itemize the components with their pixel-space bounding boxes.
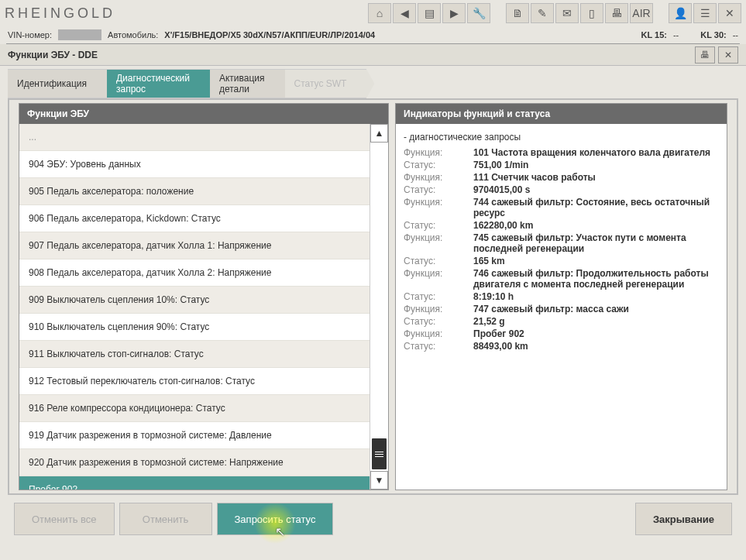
status-label: Статус: — [404, 220, 473, 231]
func-label: Функция: — [404, 328, 473, 339]
kl15-label: KL 15: — [641, 30, 667, 40]
scroll-down-icon[interactable]: ▼ — [370, 471, 388, 490]
status-section-title: - диагностические запросы — [404, 132, 719, 143]
status-label: Статус: — [404, 184, 473, 195]
scroll-track[interactable] — [370, 143, 388, 471]
doc-icon[interactable]: 🗎 — [506, 3, 529, 23]
cancel-all-button[interactable]: Отменить все — [14, 503, 115, 535]
air-icon[interactable]: AIR — [630, 3, 653, 23]
func-label: Функция: — [404, 147, 473, 158]
function-row[interactable]: 908 Педаль акселератора, датчик Холла 2:… — [19, 259, 370, 287]
function-row[interactable]: 910 Выключатель сцепления 90%: Статус — [19, 314, 370, 341]
kl30-value: -- — [733, 30, 738, 40]
module-icon[interactable]: ▤ — [418, 3, 441, 23]
top-toolbar: RHEINGOLD ⌂◀▤▶🔧🗎✎✉▯🖶AIR👤☰✕ — [0, 0, 746, 26]
func-value: 744 сажевый фильтр: Состояние, весь оста… — [473, 197, 719, 218]
tab-2[interactable]: Активация детали — [210, 69, 285, 98]
print-icon[interactable]: 🖶 — [695, 46, 715, 64]
vin-label: VIN-номер: — [8, 30, 52, 40]
functions-list: ...904 ЭБУ: Уровень данных905 Педаль акс… — [19, 124, 370, 490]
status-value: 88493,00 km — [473, 341, 719, 352]
status-label: Статус: — [404, 341, 473, 352]
functions-header: Функции ЭБУ — [19, 104, 388, 124]
function-row[interactable]: 916 Реле компрессора кондиционера: Стату… — [19, 395, 370, 422]
functions-panel: Функции ЭБУ ...904 ЭБУ: Уровень данных90… — [19, 103, 389, 490]
func-value: 101 Частота вращения коленчатого вала дв… — [473, 147, 719, 158]
mail-icon[interactable]: ✉ — [555, 3, 579, 23]
status-value: 751,00 1/min — [473, 160, 719, 170]
vehicle-info-bar: VIN-номер: Автомобиль: X'/F15/ВНЕДОР/X5 … — [0, 26, 746, 43]
window-title: Функции ЭБУ - DDE — [8, 50, 98, 60]
vin-value-redacted — [58, 29, 101, 40]
status-value: 8:19:10 h — [473, 291, 719, 302]
status-label: Статус: — [404, 256, 473, 266]
worker-icon[interactable]: 👤 — [669, 3, 692, 23]
status-label: Статус: — [404, 291, 473, 302]
vehicle-value: X'/F15/ВНЕДОР/X5 30dX/N57/АКПП/EUR/ЛР/20… — [164, 30, 375, 40]
kl30-label: KL 30: — [700, 30, 726, 40]
back-icon[interactable]: ◀ — [393, 3, 416, 23]
function-row[interactable]: 907 Педаль акселератора, датчик Холла 1:… — [19, 232, 370, 259]
home-icon[interactable]: ⌂ — [368, 3, 391, 23]
device-icon[interactable]: ▯ — [580, 3, 603, 23]
printer-icon[interactable]: 🖶 — [605, 3, 628, 23]
kl15-value: -- — [673, 30, 679, 40]
status-panel: Индикаторы функций и статуса - диагности… — [395, 103, 727, 490]
func-value: 745 сажевый фильтр: Участок пути с момен… — [473, 232, 719, 254]
func-label: Функция: — [404, 232, 473, 254]
function-row[interactable]: ... — [19, 124, 370, 151]
function-row[interactable]: 906 Педаль акселератора, Kickdown: Стату… — [19, 205, 370, 232]
function-row[interactable]: 905 Педаль акселератора: положение — [19, 178, 370, 205]
func-value: 746 сажевый фильтр: Продолжительность ра… — [473, 268, 719, 290]
func-value: 747 сажевый фильтр: масса сажи — [473, 304, 719, 314]
status-body: - диагностические запросы Функция:101 Ча… — [396, 124, 727, 490]
function-row[interactable]: 919 Датчик разрежения в тормозной систем… — [19, 422, 370, 449]
request-status-label: Запросить статус — [235, 514, 316, 525]
function-row[interactable]: 904 ЭБУ: Уровень данных — [19, 151, 370, 178]
tab-bar: ИдентификацияДиагностический запросАктив… — [0, 66, 746, 98]
close-window-icon[interactable]: ✕ — [718, 46, 738, 64]
status-label: Статус: — [404, 316, 473, 327]
list-icon[interactable]: ☰ — [693, 3, 717, 23]
scrollbar[interactable]: ▲ ▼ — [370, 124, 388, 490]
status-value: 9704015,00 s — [473, 184, 719, 195]
func-label: Функция: — [404, 304, 473, 314]
eraser-icon[interactable]: ✎ — [531, 3, 554, 23]
status-label: Статус: — [404, 160, 473, 170]
cursor-icon: ↖ — [275, 524, 285, 539]
cancel-button[interactable]: Отменить — [119, 503, 212, 535]
func-value: 111 Счетчик часов работы — [473, 172, 719, 183]
close-button[interactable]: Закрывание — [635, 503, 732, 535]
function-row[interactable]: Пробег 902 — [19, 476, 370, 490]
request-status-button[interactable]: Запросить статус ↖ — [217, 503, 334, 535]
vehicle-label: Автомобиль: — [108, 30, 158, 40]
function-row[interactable]: 909 Выключатель сцепления 10%: Статус — [19, 287, 370, 314]
status-header: Индикаторы функций и статуса — [396, 104, 727, 124]
function-row[interactable]: 920 Датчик разрежения в тормозной систем… — [19, 449, 370, 476]
func-value: Пробег 902 — [473, 328, 719, 339]
window-header: Функции ЭБУ - DDE 🖶 ✕ — [0, 44, 746, 66]
bottom-button-bar: Отменить все Отменить Запросить статус ↖… — [0, 495, 746, 543]
function-row[interactable]: 911 Выключатель стоп-сигналов: Статус — [19, 341, 370, 368]
status-value: 21,52 g — [473, 316, 719, 327]
wrench-icon[interactable]: 🔧 — [467, 3, 490, 23]
tab-0[interactable]: Идентификация — [8, 69, 107, 98]
tab-3: Статус SWT — [285, 69, 367, 98]
func-label: Функция: — [404, 268, 473, 290]
tab-1[interactable]: Диагностический запрос — [107, 69, 210, 98]
status-value: 162280,00 km — [473, 220, 719, 231]
main-content: Функции ЭБУ ...904 ЭБУ: Уровень данных90… — [8, 98, 738, 495]
function-row[interactable]: 912 Тестовый переключатель стоп-сигналов… — [19, 368, 370, 395]
scroll-thumb[interactable] — [372, 438, 387, 469]
close-icon[interactable]: ✕ — [718, 3, 741, 23]
scroll-up-icon[interactable]: ▲ — [370, 124, 388, 143]
status-value: 165 km — [473, 256, 719, 266]
func-label: Функция: — [404, 172, 473, 183]
func-label: Функция: — [404, 197, 473, 218]
forward-icon[interactable]: ▶ — [442, 3, 466, 23]
app-logo: RHEINGOLD — [5, 5, 160, 22]
